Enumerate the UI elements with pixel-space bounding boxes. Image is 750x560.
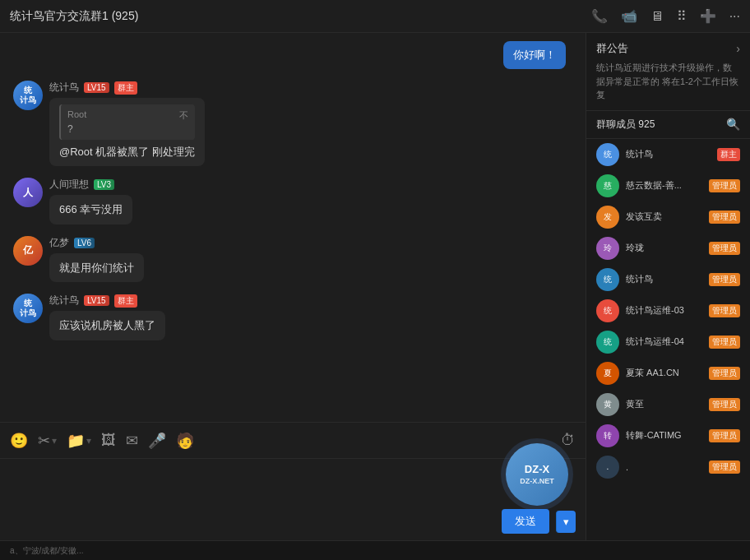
message-list: 你好啊！ 统计鸟 统计鸟 LV15 群主 Root <box>0 33 586 422</box>
announcement-header: 群公告 › <box>596 41 740 56</box>
watermark-logo: DZ-X DZ-X.NET <box>506 443 568 506</box>
list-item[interactable]: 夏夏茉 AA1.CN管理员 <box>586 358 750 389</box>
input-bottom: 发送 ▾ <box>10 509 576 534</box>
members-section: 群聊成员 925 🔍 统统计鸟群主慈慈云数据-善...管理员发发该互卖管理员玲玲… <box>586 111 750 541</box>
right-panel: 群公告 › 统计鸟近期进行技术升级操作，数据异常是正常的 将在1-2个工作日恢复… <box>586 33 750 540</box>
location-text: a、宁波/成都/安徽... <box>10 545 83 557</box>
level-badge: LV6 <box>74 238 95 248</box>
sender-name: 统计鸟 <box>49 294 79 308</box>
list-item: 统计鸟 统计鸟 LV15 群主 Root 不 ? <box>13 81 572 166</box>
member-list: 统统计鸟群主慈慈云数据-善...管理员发发该互卖管理员玲玲珑管理员统统计鸟管理员… <box>586 139 750 541</box>
image-icon[interactable]: 🖼 <box>101 432 116 449</box>
message-bubble: Root 不 ? @Root 机器被黑了 刚处理完 <box>49 98 205 166</box>
avatar: 慈 <box>596 174 619 197</box>
input-area: 发送 ▾ <box>0 458 586 540</box>
avatar: 亿 <box>13 236 43 266</box>
announcement-arrow-icon[interactable]: › <box>736 42 740 55</box>
list-item[interactable]: 发发该互卖管理员 <box>586 201 750 233</box>
avatar: 统 <box>596 299 619 322</box>
window-title: 统计鸟官方交流群1 (925) <box>10 9 138 24</box>
add-group-icon[interactable]: ➕ <box>700 8 716 24</box>
member-badge: 管理员 <box>709 273 740 286</box>
message-content: 人间理想 LV3 666 幸亏没用 <box>49 178 132 224</box>
send-dropdown-button[interactable]: ▾ <box>556 511 576 533</box>
list-item[interactable]: 统统计鸟运维-04管理员 <box>586 326 750 358</box>
members-header: 群聊成员 925 🔍 <box>586 111 750 139</box>
avatar: 统 <box>596 143 619 166</box>
scissors-icon[interactable]: ✂▾ <box>38 432 57 450</box>
avatar: 统计鸟 <box>13 294 43 323</box>
avatar: 统计鸟 <box>13 81 43 110</box>
member-badge: 管理员 <box>709 211 740 224</box>
list-item[interactable]: 统统计鸟群主 <box>586 139 750 170</box>
announcement-title: 群公告 <box>596 41 628 56</box>
watermark: DZ-X DZ-X.NET <box>501 438 573 511</box>
message-header: 统计鸟 LV15 群主 <box>49 81 205 95</box>
phone-icon[interactable]: 📞 <box>591 8 608 24</box>
member-badge: 管理员 <box>709 429 740 442</box>
quote-author: Root 不 <box>67 109 188 122</box>
message-header: 统计鸟 LV15 群主 <box>49 294 165 308</box>
main-layout: 你好啊！ 统计鸟 统计鸟 LV15 群主 Root <box>0 33 750 540</box>
title-actions: 📞 📹 🖥 ⠿ ➕ ··· <box>591 8 740 24</box>
list-item[interactable]: ..管理员 <box>586 451 750 483</box>
avatar: 转 <box>596 424 619 447</box>
member-name: 夏茉 AA1.CN <box>626 367 702 379</box>
level-badge: LV3 <box>94 179 114 190</box>
group-announcement: 群公告 › 统计鸟近期进行技术升级操作，数据异常是正常的 将在1-2个工作日恢复 <box>586 33 750 111</box>
list-item[interactable]: 统统计鸟管理员 <box>586 264 750 295</box>
message-bubble: 应该说机房被人黑了 <box>49 311 165 340</box>
sender-name: 亿梦 <box>49 236 69 250</box>
avatar: 人 <box>13 178 43 207</box>
member-badge: 管理员 <box>709 367 740 380</box>
list-item[interactable]: 统统计鸟运维-03管理员 <box>586 295 750 326</box>
message-header: 亿梦 LV6 <box>49 236 144 250</box>
member-badge: 管理员 <box>709 179 740 192</box>
list-item[interactable]: 黄黄至管理员 <box>586 389 750 420</box>
title-bar: 统计鸟官方交流群1 (925) 📞 📹 🖥 ⠿ ➕ ··· <box>0 0 750 33</box>
avatar: 夏 <box>596 362 619 385</box>
avatar: 统 <box>596 268 619 291</box>
message-bubble: 666 幸亏没用 <box>49 195 132 224</box>
person-icon[interactable]: 🧑 <box>176 432 194 450</box>
owner-badge: 群主 <box>114 294 137 308</box>
chat-toolbar: 🙂 ✂▾ 📁▾ 🖼 ✉ 🎤 🧑 ⏱ <box>0 422 586 458</box>
reply-text: @Root 机器被黑了 刚处理完 <box>59 145 195 160</box>
member-name: 统计鸟 <box>626 148 711 160</box>
avatar: 发 <box>596 206 619 229</box>
more-icon[interactable]: ··· <box>729 9 740 24</box>
chat-area: 你好啊！ 统计鸟 统计鸟 LV15 群主 Root <box>0 33 586 540</box>
email-icon[interactable]: ✉ <box>126 432 138 450</box>
member-name: 统计鸟运维-03 <box>626 304 702 317</box>
member-name: 黄至 <box>626 398 702 410</box>
list-item: 人 人间理想 LV3 666 幸亏没用 <box>13 178 572 224</box>
mic-icon[interactable]: 🎤 <box>148 432 166 450</box>
member-badge: 管理员 <box>709 336 740 349</box>
list-item: 亿 亿梦 LV6 就是用你们统计 <box>13 236 572 283</box>
members-title: 群聊成员 925 <box>596 118 655 132</box>
message-input[interactable] <box>10 465 576 506</box>
video-icon[interactable]: 📹 <box>621 8 637 24</box>
clock-icon[interactable]: ⏱ <box>561 432 576 449</box>
apps-icon[interactable]: ⠿ <box>677 8 687 24</box>
level-badge: LV15 <box>84 82 109 93</box>
quote-inner: Root 不 ? <box>59 104 195 140</box>
quote-text: ? <box>67 123 188 135</box>
avatar: 黄 <box>596 393 619 416</box>
member-name: 发该互卖 <box>626 211 702 223</box>
level-badge: LV15 <box>84 295 109 306</box>
send-button[interactable]: 发送 <box>502 509 549 534</box>
message-bubble: 你好啊！ <box>503 41 566 69</box>
list-item[interactable]: 玲玲珑管理员 <box>586 233 750 264</box>
list-item: 统计鸟 统计鸟 LV15 群主 应该说机房被人黑了 <box>13 294 572 340</box>
list-item[interactable]: 转转舞-CATIMG管理员 <box>586 420 750 451</box>
members-search-icon[interactable]: 🔍 <box>726 118 740 131</box>
emoji-icon[interactable]: 🙂 <box>10 432 28 450</box>
list-item[interactable]: 慈慈云数据-善...管理员 <box>586 170 750 201</box>
member-name: 转舞-CATIMG <box>626 429 702 442</box>
screen-share-icon[interactable]: 🖥 <box>650 9 664 24</box>
avatar: 统 <box>596 331 619 354</box>
member-name: 玲珑 <box>626 242 702 254</box>
folder-icon[interactable]: 📁▾ <box>67 432 91 450</box>
message-bubble: 就是用你们统计 <box>49 253 144 283</box>
